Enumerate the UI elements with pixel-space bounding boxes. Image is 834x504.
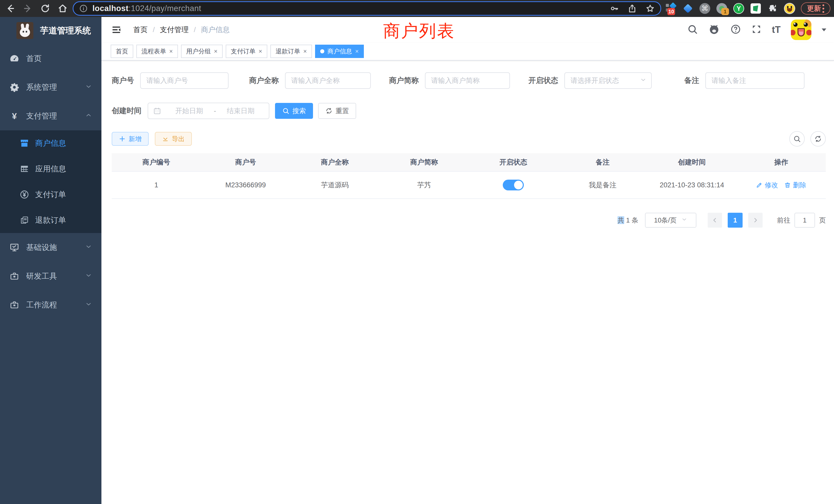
browser-home-button[interactable] <box>56 1 70 16</box>
extension-gem-icon[interactable] <box>682 3 694 14</box>
update-label: 更新 <box>807 4 821 13</box>
active-dot <box>320 49 324 53</box>
export-button[interactable]: 导出 <box>155 132 192 146</box>
browser-forward-button[interactable] <box>21 1 35 16</box>
tab-refund-order[interactable]: 退款订单 × <box>270 45 312 58</box>
reset-button[interactable]: 重置 <box>318 103 356 119</box>
full-name-label: 商户全称 <box>249 75 285 86</box>
sidebar-item-app-info[interactable]: 应用信息 <box>0 156 102 182</box>
close-icon[interactable]: × <box>259 48 262 54</box>
prev-page-button[interactable] <box>708 213 722 228</box>
breadcrumb-pay[interactable]: 支付管理 <box>160 25 189 35</box>
password-key-icon[interactable] <box>610 4 619 13</box>
sidebar-item-system[interactable]: 系统管理 <box>0 73 102 101</box>
show-search-toggle-button[interactable] <box>789 131 805 146</box>
tab-merchant-info[interactable]: 商户信息 × <box>315 45 364 58</box>
font-size-icon[interactable]: tT <box>772 24 781 35</box>
breadcrumb-home[interactable]: 首页 <box>133 25 148 35</box>
bookmark-star-icon[interactable] <box>645 4 655 13</box>
logo-rabbit-image <box>17 22 34 39</box>
goto-label: 前往 <box>777 216 790 225</box>
status-select[interactable]: 请选择开启状态 <box>564 72 652 89</box>
sidebar-item-merchant-info[interactable]: 商户信息 <box>0 130 102 156</box>
extension-command-icon[interactable]: ⌘ <box>699 3 710 14</box>
sidebar-item-workflow[interactable]: 工作流程 <box>0 291 102 319</box>
browser-update-button[interactable]: 更新 <box>801 2 830 15</box>
sidebar-item-refund-order[interactable]: 退款订单 <box>0 207 102 233</box>
status-toggle[interactable] <box>503 180 524 190</box>
search-button[interactable]: 搜索 <box>275 103 313 119</box>
share-icon[interactable] <box>628 4 637 13</box>
status-label: 开启状态 <box>528 75 564 86</box>
short-name-label: 商户简称 <box>389 75 425 86</box>
sidebar-item-pay[interactable]: ¥ 支付管理 <box>0 101 102 130</box>
site-info-icon[interactable] <box>79 4 88 13</box>
create-time-range-picker[interactable]: 开始日期 - 结束日期 <box>148 102 269 119</box>
col-merchant-id: 商户编号 <box>112 158 201 167</box>
cell-remark: 我是备注 <box>558 180 647 190</box>
browser-reload-button[interactable] <box>38 1 52 16</box>
sidebar-item-home[interactable]: 首页 <box>0 44 102 73</box>
remark-input[interactable] <box>705 72 805 89</box>
delete-button[interactable]: 删除 <box>784 181 806 190</box>
date-range-separator: - <box>214 107 216 115</box>
close-icon[interactable]: × <box>169 48 173 54</box>
close-icon[interactable]: × <box>303 48 307 54</box>
url-host: localhost <box>92 4 129 13</box>
sidebar-item-infra[interactable]: 基础设施 <box>0 233 102 262</box>
extension-y-icon[interactable]: Y <box>733 3 744 14</box>
add-button[interactable]: 新增 <box>112 132 149 146</box>
extension-notes-icon[interactable] <box>750 3 761 14</box>
tab-process-form[interactable]: 流程表单 × <box>136 45 178 58</box>
extension-status-icon[interactable]: 1 <box>716 3 727 14</box>
col-status: 开启状态 <box>469 158 558 167</box>
address-bar[interactable]: localhost:1024/pay/merchant <box>73 1 661 16</box>
extension-sidekick-icon[interactable]: 10 <box>665 3 677 14</box>
tags-view-bar: 首页 流程表单 × 用户分组 × 支付订单 × 退款订单 × <box>102 43 834 61</box>
extensions-puzzle-icon[interactable] <box>767 3 778 14</box>
next-page-button[interactable] <box>748 213 763 228</box>
command-glyph: ⌘ <box>699 3 710 14</box>
merchant-no-input[interactable] <box>140 72 228 89</box>
navbar-actions: tT <box>687 20 826 40</box>
close-icon[interactable]: × <box>355 48 359 54</box>
toolbar: 新增 导出 <box>112 131 826 146</box>
edit-button[interactable]: 修改 <box>756 181 778 190</box>
y-letter: Y <box>734 4 744 13</box>
page-size-select[interactable]: 10条/页 <box>645 213 696 228</box>
sidebar-item-pay-order[interactable]: 支付订单 <box>0 182 102 207</box>
profile-emoji-icon[interactable] <box>784 3 795 14</box>
refresh-table-button[interactable] <box>810 131 826 146</box>
tab-pay-order[interactable]: 支付订单 × <box>226 45 267 58</box>
breadcrumb-current: 商户信息 <box>201 25 230 35</box>
sidebar-logo[interactable]: 芋道管理系统 <box>0 17 102 44</box>
page-number-1[interactable]: 1 <box>728 213 743 228</box>
filter-row-1: 商户号 商户全称 商户简称 开启状态 请选择开启状态 <box>112 72 826 89</box>
delete-label: 删除 <box>793 181 806 190</box>
tab-label: 商户信息 <box>327 47 352 55</box>
col-actions: 操作 <box>737 158 826 167</box>
short-name-input[interactable] <box>425 72 510 89</box>
full-name-input[interactable] <box>285 72 371 89</box>
create-time-label: 创建时间 <box>112 106 148 116</box>
sidebar-toggle-button[interactable] <box>110 24 123 36</box>
close-icon[interactable]: × <box>214 48 218 54</box>
document-copy-icon <box>19 216 29 225</box>
tab-home[interactable]: 首页 <box>111 45 133 58</box>
help-icon[interactable] <box>730 24 741 36</box>
search-icon[interactable] <box>687 24 698 36</box>
avatar[interactable] <box>791 20 811 40</box>
browser-menu-icon[interactable] <box>822 4 824 13</box>
goto-page-input[interactable] <box>794 213 815 228</box>
sidebar-item-devtools[interactable]: 研发工具 <box>0 262 102 291</box>
plus-icon <box>119 136 126 142</box>
briefcase-icon <box>9 272 20 281</box>
avatar-caret-icon[interactable] <box>822 28 826 31</box>
toggle-knob <box>514 181 523 189</box>
fullscreen-icon[interactable] <box>751 24 762 36</box>
browser-back-button[interactable] <box>3 1 18 16</box>
tab-user-group[interactable]: 用户分组 × <box>181 45 223 58</box>
sidebar-label-refund-order: 退款订单 <box>35 215 92 226</box>
github-icon[interactable] <box>708 23 720 36</box>
sidebar-label-app-info: 应用信息 <box>35 164 92 174</box>
